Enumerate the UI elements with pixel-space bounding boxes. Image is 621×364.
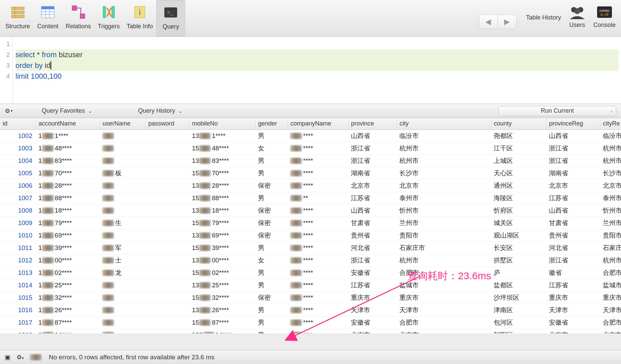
table-row[interactable]: 1013102****龙1502****男****安徽省合肥市庐徽省合肥市 <box>0 266 621 279</box>
col-companyname[interactable]: companyName <box>288 118 348 130</box>
tablehistory-button[interactable]: Table History <box>523 0 564 36</box>
table-row[interactable]: 1011139****军1539****男****河北省石家庄市长安区河北省石家… <box>0 242 621 254</box>
cell-county: 观山湖区 <box>491 229 546 242</box>
cell-cityreg: 天津市 <box>600 304 621 316</box>
table-row[interactable]: 1007188****1588****男**江苏省泰州市海陵区江苏省泰州市 <box>0 192 621 204</box>
cell-password <box>145 192 189 204</box>
line-gutter: 1234 <box>0 37 13 104</box>
content-button[interactable]: Content <box>33 0 62 36</box>
col-mobileno[interactable]: mobileNo <box>189 118 255 130</box>
cell-company: **** <box>288 167 348 179</box>
cell-id: 1014 <box>0 279 36 291</box>
col-gender[interactable]: gender <box>255 118 288 130</box>
table-row[interactable]: 1003148****1548****女****浙江省杭州市江干区浙江省杭州市 <box>0 142 621 154</box>
col-id[interactable]: id <box>0 118 36 130</box>
triggers-button[interactable]: Triggers <box>94 0 123 36</box>
toolbar-label: Content <box>37 23 59 30</box>
nav-forward-button[interactable]: ▶ <box>498 14 517 29</box>
table-row[interactable]: 1010169****1369****保密****贵州省贵阳市观山湖区贵州省贵阳… <box>0 229 621 242</box>
run-query-button[interactable]: Run Current⌄ <box>498 106 616 116</box>
chevron-down-icon: ⌄ <box>88 108 92 114</box>
table-row[interactable]: 1006128****1328****保密****北京市北京市通州区北京市北京市 <box>0 179 621 192</box>
toolbar-label: Relations <box>66 23 91 30</box>
relations-icon <box>69 3 88 22</box>
expand-icon[interactable]: ▣ <box>5 354 10 361</box>
col-province[interactable]: province <box>348 118 397 130</box>
cell-username: 士 <box>100 254 145 266</box>
cell-county: 包河区 <box>491 316 546 329</box>
svg-rect-12 <box>80 14 85 19</box>
toolbar-label: Table History <box>526 14 561 21</box>
table-row[interactable]: 1009179****生1579****保密****甘肃省兰州市城关区甘肃省兰州… <box>0 217 621 229</box>
col-cityreg[interactable]: cityRe <box>600 118 621 130</box>
cell-accountname: 118**** <box>36 204 100 217</box>
cell-accountname: 126**** <box>36 304 100 316</box>
sql-editor[interactable]: 1234 select * from bizuser order by id l… <box>0 37 621 104</box>
col-username[interactable]: userName <box>100 118 145 130</box>
col-city[interactable]: city <box>397 118 491 130</box>
table-row[interactable]: 1018114****18814****男****北京市北京市朝阳区北京市北京市 <box>0 329 621 333</box>
table-row[interactable]: 1016126****1326****男****天津市天津市津南区天津市天津市 <box>0 304 621 316</box>
gear-icon[interactable]: ⚙▾ <box>17 354 24 361</box>
results-grid[interactable]: id accountName userName password mobileN… <box>0 118 621 333</box>
col-provincereg[interactable]: provinceReg <box>546 118 600 130</box>
cell-gender: 男 <box>255 154 288 167</box>
cell-cityreg: 合肥市 <box>600 316 621 329</box>
gear-menu[interactable]: ⚙▾ <box>5 107 13 115</box>
table-row[interactable]: 100211****131****男****山西省临汾市尧都区山西省临汾市 <box>0 130 621 142</box>
cell-city: 兰州市 <box>397 217 491 229</box>
structure-button[interactable]: Structure <box>2 0 33 36</box>
cell-accountname: 102**** <box>36 266 100 279</box>
console-button[interactable]: console off Console <box>590 0 619 36</box>
cell-password <box>145 179 189 192</box>
query-favorites-dropdown[interactable]: Query Favorites⌄ <box>42 107 92 114</box>
svg-rect-10 <box>41 6 54 9</box>
svg-text:le off: le off <box>600 12 609 16</box>
table-row[interactable]: 1005170****板1570****男****湖南省长沙市天心区湖南省长沙市 <box>0 167 621 179</box>
cell-county: 朝阳区 <box>491 329 546 333</box>
cell-mobileno: 1300**** <box>189 254 255 266</box>
cell-accountname: 169**** <box>36 229 100 242</box>
cell-city: 贵阳市 <box>397 229 491 242</box>
col-accountname[interactable]: accountName <box>36 118 100 130</box>
cell-username <box>100 179 145 192</box>
table-row[interactable]: 1004183****1383****男****浙江省杭州市上城区浙江省杭州市 <box>0 154 621 167</box>
cell-city: 北京市 <box>397 329 491 333</box>
cell-provincereg: 北京市 <box>546 329 600 333</box>
cell-mobileno: 1587**** <box>189 316 255 329</box>
cell-username <box>100 316 145 329</box>
nav-back-button[interactable]: ◀ <box>479 14 498 29</box>
relations-button[interactable]: Relations <box>62 0 94 36</box>
query-button[interactable]: >_ Query <box>156 0 185 36</box>
cell-mobileno: 1502**** <box>189 266 255 279</box>
cell-id: 1007 <box>0 192 36 204</box>
col-password[interactable]: password <box>145 118 189 130</box>
cell-cityreg: 忻州市 <box>600 204 621 217</box>
cell-accountname: 11**** <box>36 130 100 142</box>
cell-cityreg: 泰州市 <box>600 192 621 204</box>
cell-province: 山西省 <box>348 130 397 142</box>
cell-username: 军 <box>100 242 145 254</box>
cell-gender: 保密 <box>255 229 288 242</box>
table-row[interactable]: 1014125****1325****男****江苏省盐城市盐都区江苏省盐城市 <box>0 279 621 291</box>
query-history-dropdown[interactable]: Query History⌄ <box>138 107 183 114</box>
table-row[interactable]: 1012100****士1300****女****浙江省杭州市拱墅区浙江省杭州市 <box>0 254 621 266</box>
table-row[interactable]: 1017187****1587****男****安徽省合肥市包河区安徽省合肥市 <box>0 316 621 329</box>
tableinfo-button[interactable]: i Table Info <box>123 0 156 36</box>
col-county[interactable]: county <box>491 118 546 130</box>
users-button[interactable]: Users <box>564 0 590 36</box>
cell-mobileno: 1579**** <box>189 217 255 229</box>
cell-company: **** <box>288 316 348 329</box>
cell-cityreg: 北京市 <box>600 179 621 192</box>
cell-provincereg: 湖南省 <box>546 167 600 179</box>
sql-code[interactable]: select * from bizuser order by id limit … <box>13 37 621 104</box>
cell-id: 1003 <box>0 142 36 154</box>
cell-company: **** <box>288 217 348 229</box>
table-row[interactable]: 1008118****1318****保密****山西省忻州市忻府区山西省忻州市 <box>0 204 621 217</box>
cell-city: 北京市 <box>397 179 491 192</box>
table-row[interactable]: 1015132****1532****保密****重庆市重庆市沙坪坝区重庆市重庆… <box>0 291 621 304</box>
svg-rect-11 <box>72 6 77 10</box>
cell-username: 生 <box>100 217 145 229</box>
cell-gender: 男 <box>255 316 288 329</box>
cell-county: 津南区 <box>491 304 546 316</box>
